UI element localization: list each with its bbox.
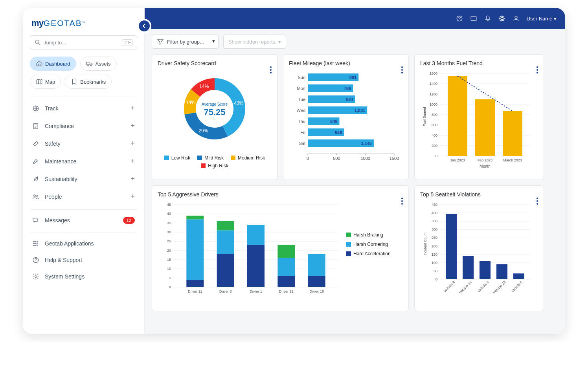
bell-icon[interactable] bbox=[484, 15, 491, 22]
user-icon[interactable] bbox=[513, 15, 520, 22]
svg-text:Fuel Burned: Fuel Burned bbox=[423, 107, 426, 126]
home-icon bbox=[36, 60, 43, 67]
nav-compliance[interactable]: Compliance+ bbox=[30, 117, 137, 135]
card-menu[interactable] bbox=[537, 198, 538, 205]
filter-icon bbox=[157, 38, 164, 45]
svg-rect-8 bbox=[33, 218, 37, 222]
logo: myGEOTAB™ bbox=[31, 18, 136, 28]
nav-track[interactable]: Track+ bbox=[30, 99, 137, 117]
globe-icon bbox=[32, 105, 39, 112]
messages-badge: 12 bbox=[123, 217, 135, 224]
fuel-chart: 02004006008001000120014001600Jan 2023Feb… bbox=[420, 70, 538, 176]
user-menu[interactable]: User Name ▾ bbox=[527, 16, 557, 22]
nav-messages[interactable]: Messages12 bbox=[30, 212, 137, 229]
svg-text:400: 400 bbox=[432, 211, 437, 215]
card-menu[interactable] bbox=[537, 66, 538, 73]
svg-point-17 bbox=[37, 245, 38, 245]
card-title: Driver Safety Scorecard bbox=[158, 60, 272, 66]
nav-safety[interactable]: Safety+ bbox=[30, 135, 137, 152]
svg-text:Feb 2023: Feb 2023 bbox=[478, 158, 492, 162]
svg-text:200: 200 bbox=[432, 244, 437, 248]
nav-system[interactable]: System Settings bbox=[30, 268, 137, 285]
svg-text:0: 0 bbox=[169, 285, 171, 289]
svg-text:35: 35 bbox=[167, 221, 171, 225]
svg-text:1,145: 1,145 bbox=[361, 141, 372, 146]
svg-point-16 bbox=[35, 245, 36, 245]
svg-rect-119 bbox=[277, 258, 295, 276]
collapse-sidebar-button[interactable] bbox=[137, 19, 151, 33]
svg-text:5: 5 bbox=[169, 276, 171, 280]
gear-icon bbox=[32, 273, 39, 280]
jump-placeholder: Jump to... bbox=[44, 40, 66, 46]
grid-icon bbox=[32, 240, 39, 247]
svg-text:14%: 14% bbox=[186, 100, 195, 105]
card-menu[interactable] bbox=[401, 198, 403, 205]
svg-rect-1 bbox=[86, 62, 90, 65]
svg-text:Month: Month bbox=[480, 164, 491, 169]
svg-text:43%: 43% bbox=[234, 101, 243, 106]
svg-text:Vehicle 8: Vehicle 8 bbox=[443, 280, 456, 293]
card-menu[interactable] bbox=[270, 66, 272, 73]
card-seatbelt: Top 5 Seatbelt Violations 05010015020025… bbox=[414, 185, 544, 311]
bookmark-icon bbox=[71, 78, 78, 85]
svg-text:Jan 2023: Jan 2023 bbox=[450, 158, 465, 162]
scorecard-chart: 43%29%14%14%Average Score75.25 bbox=[158, 70, 272, 152]
svg-text:Incident Count: Incident Count bbox=[423, 232, 427, 255]
tab-assets[interactable]: Assets bbox=[80, 57, 117, 71]
nav-maintenance[interactable]: Maintenance+ bbox=[30, 152, 137, 170]
svg-rect-106 bbox=[186, 280, 204, 287]
card-title: Fleet Mileage (last week) bbox=[289, 60, 403, 66]
tab-dashboard[interactable]: Dashboard bbox=[30, 57, 76, 71]
svg-rect-152 bbox=[496, 264, 507, 279]
jump-to-input[interactable]: Jump to... ⇧F bbox=[30, 35, 137, 49]
svg-text:400: 400 bbox=[432, 134, 437, 137]
show-hidden-reports[interactable]: Show hidden reports ▾ bbox=[223, 35, 286, 49]
tab-bookmarks[interactable]: Bookmarks bbox=[65, 75, 112, 89]
svg-rect-81 bbox=[503, 111, 522, 156]
svg-rect-122 bbox=[308, 276, 325, 287]
mail-icon[interactable] bbox=[470, 15, 477, 22]
card-title: Top 5 Seatbelt Violations bbox=[420, 191, 538, 198]
svg-text:450: 450 bbox=[432, 203, 437, 207]
seatbelt-chart: 050100150200250300350400450Vehicle 8Vehi… bbox=[420, 201, 538, 303]
tab-map[interactable]: Map bbox=[30, 75, 61, 89]
help-icon[interactable] bbox=[456, 15, 463, 22]
svg-text:786: 786 bbox=[344, 86, 351, 91]
svg-rect-148 bbox=[463, 256, 474, 279]
svg-text:45: 45 bbox=[167, 203, 171, 207]
wrench-icon bbox=[32, 158, 39, 165]
clipboard-icon bbox=[32, 123, 39, 130]
svg-text:1000: 1000 bbox=[360, 156, 370, 161]
nav-sustainability[interactable]: Sustainability+ bbox=[30, 170, 137, 188]
nav-people[interactable]: People+ bbox=[30, 188, 137, 205]
nav-apps[interactable]: Geotab Applications bbox=[30, 235, 137, 252]
svg-point-15 bbox=[33, 245, 34, 245]
svg-text:Mon: Mon bbox=[297, 86, 305, 91]
nav-help[interactable]: Help & Support bbox=[30, 252, 137, 268]
svg-text:50: 50 bbox=[434, 269, 437, 273]
topbar: User Name ▾ bbox=[145, 8, 565, 29]
svg-point-13 bbox=[35, 243, 36, 244]
svg-text:0: 0 bbox=[435, 154, 437, 158]
filter-group-dropdown[interactable]: ▾ bbox=[209, 35, 219, 49]
svg-point-12 bbox=[33, 243, 34, 244]
svg-rect-115 bbox=[247, 225, 265, 245]
svg-text:Sat: Sat bbox=[299, 141, 305, 146]
svg-text:Driver 18: Driver 18 bbox=[309, 289, 324, 293]
svg-text:1600: 1600 bbox=[430, 71, 437, 75]
svg-rect-112 bbox=[217, 221, 234, 230]
help-icon bbox=[32, 256, 39, 264]
card-menu[interactable] bbox=[401, 66, 403, 73]
ruler-icon bbox=[32, 140, 39, 147]
map-icon bbox=[36, 78, 43, 85]
svg-rect-111 bbox=[217, 230, 234, 254]
filter-by-group[interactable]: Filter by group... bbox=[152, 35, 209, 49]
svg-point-6 bbox=[34, 194, 36, 196]
search-icon bbox=[34, 39, 41, 46]
svg-rect-108 bbox=[186, 216, 204, 219]
svg-text:800: 800 bbox=[432, 113, 437, 117]
settings-icon[interactable] bbox=[498, 15, 505, 22]
svg-text:Wed: Wed bbox=[297, 108, 305, 113]
svg-text:Fri: Fri bbox=[300, 130, 305, 135]
svg-text:14%: 14% bbox=[199, 84, 209, 89]
